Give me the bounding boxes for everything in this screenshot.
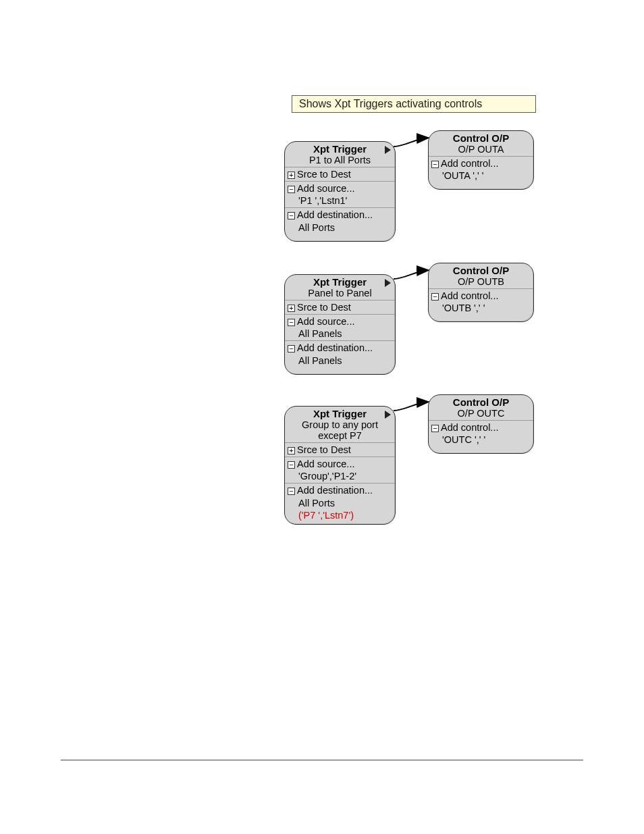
node-title: Control O/P [429, 131, 533, 144]
node-row[interactable]: −Add source...'P1 ','Lstn1' [285, 181, 395, 207]
node-subtitle: O/P OUTC [429, 408, 533, 420]
node-row[interactable]: −Add source...'Group','P1-2' [285, 457, 395, 483]
row-text: 'OUTC ',' ' [442, 434, 485, 445]
node-row[interactable]: −Add destination...All Ports('P7 ','Lstn… [285, 483, 395, 521]
node-subtitle: Panel to Panel [285, 288, 395, 300]
row-text: All Panels [298, 355, 342, 366]
row-text: Add destination... [297, 209, 373, 220]
node-row[interactable]: −Add destination...All Panels [285, 340, 395, 367]
node-rows: +Srce to Dest−Add source...'Group','P1-2… [285, 442, 395, 522]
node-rows: −Add control...'OUTC ',' ' [429, 420, 533, 446]
row-text: All Panels [298, 328, 342, 339]
output-arrow-icon [385, 146, 391, 154]
row-text: Add control... [441, 290, 498, 301]
node-row[interactable]: +Srce to Dest [285, 167, 395, 181]
node-rows: +Srce to Dest−Add source...All Panels−Ad… [285, 300, 395, 367]
expand-plus-icon[interactable]: + [288, 172, 295, 179]
node-subtitle: O/P OUTA [429, 144, 533, 156]
node-row[interactable]: −Add destination...All Ports [285, 207, 395, 234]
row-text: All Ports [298, 222, 335, 233]
row-text: ('P7 ','Lstn7') [298, 510, 354, 521]
collapse-minus-icon[interactable]: − [431, 293, 439, 301]
collapse-minus-icon[interactable]: − [288, 212, 295, 219]
diagram-label-text: Shows Xpt Triggers activating controls [299, 98, 482, 109]
row-text: 'P1 ','Lstn1' [298, 195, 347, 206]
node-row[interactable]: −Add source...All Panels [285, 314, 395, 340]
output-arrow-icon [385, 411, 391, 419]
node-subtitle: Group to any port except P7 [285, 419, 395, 442]
control-op-node-3[interactable]: Control O/P O/P OUTC −Add control...'OUT… [428, 394, 534, 454]
row-text: All Ports [298, 498, 335, 509]
node-row[interactable]: +Srce to Dest [285, 442, 395, 457]
row-text: Srce to Dest [297, 302, 351, 313]
row-text: Add source... [297, 316, 354, 327]
collapse-minus-icon[interactable]: − [431, 425, 439, 432]
node-row[interactable]: −Add control...'OUTC ',' ' [429, 420, 533, 446]
output-arrow-icon [385, 279, 391, 287]
row-text: Add source... [297, 459, 354, 469]
row-text: Add source... [297, 183, 354, 194]
footer-rule [61, 760, 583, 760]
node-title: Xpt Trigger [285, 142, 395, 155]
node-title: Control O/P [429, 395, 533, 408]
row-text: Srce to Dest [297, 169, 351, 180]
node-rows: +Srce to Dest−Add source...'P1 ','Lstn1'… [285, 167, 395, 234]
node-row[interactable]: −Add control...'OUTB ',' ' [429, 288, 533, 315]
collapse-minus-icon[interactable]: − [288, 461, 295, 469]
row-text: Add destination... [297, 485, 373, 496]
collapse-minus-icon[interactable]: − [288, 345, 295, 353]
collapse-minus-icon[interactable]: − [431, 161, 439, 168]
row-text: 'Group','P1-2' [298, 471, 356, 481]
row-text: 'OUTB ',' ' [442, 303, 485, 313]
xpt-trigger-node-3[interactable]: Xpt Trigger Group to any port except P7 … [284, 406, 396, 525]
collapse-minus-icon[interactable]: − [288, 319, 295, 326]
control-op-node-1[interactable]: Control O/P O/P OUTA −Add control...'OUT… [428, 130, 534, 190]
node-row[interactable]: +Srce to Dest [285, 300, 395, 314]
xpt-trigger-node-2[interactable]: Xpt Trigger Panel to Panel +Srce to Dest… [284, 274, 396, 375]
node-subtitle: P1 to All Ports [285, 155, 395, 167]
node-title: Xpt Trigger [285, 407, 395, 419]
node-title: Control O/P [429, 263, 533, 276]
diagram-label: Shows Xpt Triggers activating controls [292, 95, 536, 113]
row-text: Srce to Dest [297, 444, 351, 455]
node-title: Xpt Trigger [285, 275, 395, 288]
expand-plus-icon[interactable]: + [288, 447, 295, 454]
node-subtitle: O/P OUTB [429, 276, 533, 288]
control-op-node-2[interactable]: Control O/P O/P OUTB −Add control...'OUT… [428, 263, 534, 322]
collapse-minus-icon[interactable]: − [288, 186, 295, 193]
xpt-trigger-node-1[interactable]: Xpt Trigger P1 to All Ports +Srce to Des… [284, 141, 396, 242]
collapse-minus-icon[interactable]: − [288, 488, 295, 495]
node-row[interactable]: −Add control...'OUTA ',' ' [429, 156, 533, 182]
node-rows: −Add control...'OUTB ',' ' [429, 288, 533, 315]
row-text: Add control... [441, 158, 498, 169]
row-text: 'OUTA ',' ' [442, 170, 484, 181]
row-text: Add destination... [297, 342, 373, 353]
node-rows: −Add control...'OUTA ',' ' [429, 156, 533, 182]
expand-plus-icon[interactable]: + [288, 305, 295, 312]
row-text: Add control... [441, 422, 498, 433]
